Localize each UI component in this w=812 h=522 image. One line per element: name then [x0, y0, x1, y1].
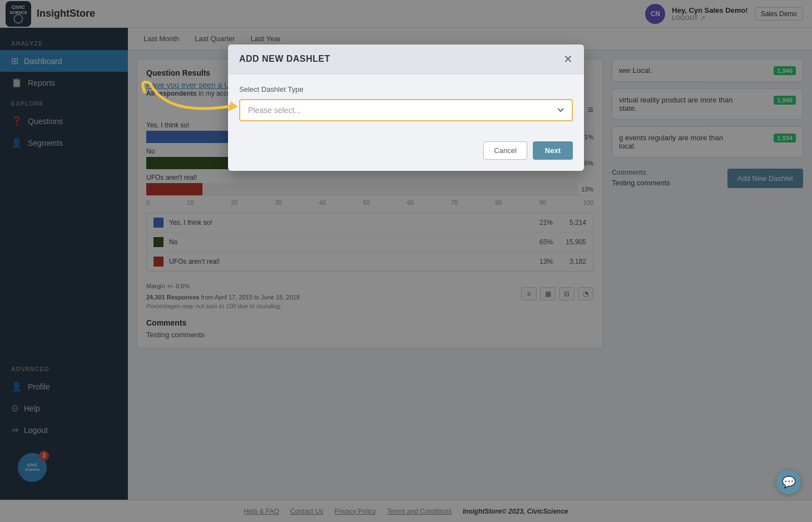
modal-body: Select Dashlet Type Please select...	[228, 74, 584, 132]
add-dashlet-modal: ADD NEW DASHLET ✕ Select Dashlet Type Pl…	[228, 45, 584, 171]
modal-footer: Cancel Next	[228, 132, 584, 171]
cancel-button[interactable]: Cancel	[483, 141, 527, 160]
modal-overlay: ADD NEW DASHLET ✕ Select Dashlet Type Pl…	[0, 0, 812, 522]
modal-close-button[interactable]: ✕	[563, 53, 573, 65]
modal-title: ADD NEW DASHLET	[239, 54, 330, 64]
next-button[interactable]: Next	[533, 141, 573, 160]
dashlet-type-select[interactable]: Please select...	[239, 99, 573, 121]
modal-select-label: Select Dashlet Type	[239, 85, 573, 93]
modal-header: ADD NEW DASHLET ✕	[228, 45, 584, 74]
chat-bubble[interactable]: 💬	[776, 470, 801, 494]
